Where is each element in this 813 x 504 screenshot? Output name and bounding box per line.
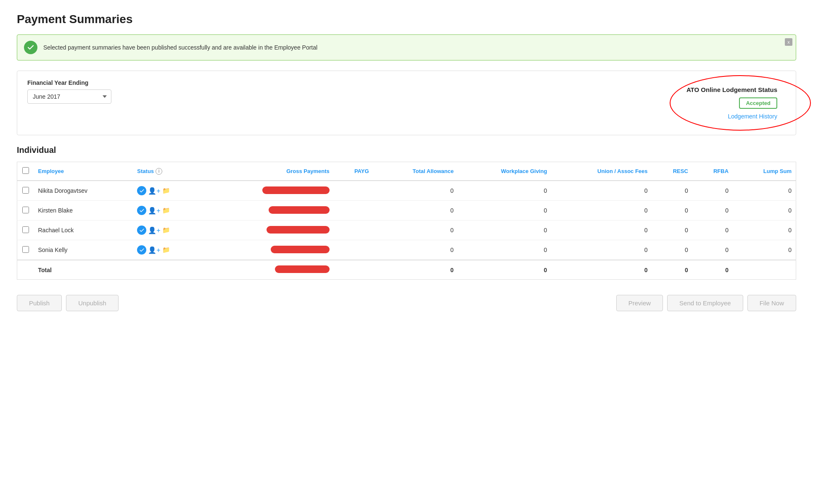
union-assoc-fees-cell: 0: [551, 181, 652, 201]
row-checkbox-cell: [17, 240, 34, 260]
close-banner-button[interactable]: x: [785, 38, 792, 46]
total-empty-check: [17, 260, 34, 280]
union-assoc-fees-cell: 0: [551, 220, 652, 240]
total-allowance-cell: 0: [373, 181, 458, 201]
header-status: Status i: [133, 162, 204, 181]
total-payg-empty: [334, 260, 373, 280]
employee-status: 👤+ 📁: [133, 181, 204, 201]
total-allowance-cell: 0: [373, 240, 458, 260]
gross-payments-cell: [204, 201, 334, 220]
employee-name: Rachael Lock: [34, 220, 133, 240]
gross-payments-cell: [204, 181, 334, 201]
row-checkbox-cell: [17, 220, 34, 240]
table-row: Sonia Kelly 👤+ 📁 000000: [17, 240, 796, 260]
employee-status: 👤+ 📁: [133, 220, 204, 240]
total-allowance-cell: 0: [373, 201, 458, 220]
total-row: Total 0 0 0 0 0: [17, 260, 796, 280]
rfba-cell: 0: [692, 220, 733, 240]
page-title: Payment Summaries: [17, 13, 796, 26]
header-payg: PAYG: [334, 162, 373, 181]
file-now-button[interactable]: File Now: [747, 295, 796, 311]
filter-section: Financial Year Ending June 2015 June 201…: [17, 71, 796, 135]
left-buttons: Publish Unpublish: [17, 295, 119, 311]
payg-cell: [334, 220, 373, 240]
total-gross-redacted: [275, 265, 330, 273]
folder-icon: 📁: [162, 207, 170, 214]
union-assoc-fees-cell: 0: [551, 201, 652, 220]
lump-sum-cell: 0: [733, 240, 796, 260]
header-checkbox-col: [17, 162, 34, 181]
add-person-icon: 👤+: [148, 187, 160, 195]
rfba-cell: 0: [692, 181, 733, 201]
lodgement-history-link[interactable]: Lodgement History: [686, 113, 777, 120]
financial-year-select[interactable]: June 2015 June 2016 June 2017 June 2018: [27, 89, 111, 104]
section-title: Individual: [17, 145, 796, 155]
union-assoc-fees-cell: 0: [551, 240, 652, 260]
total-lump-sum-empty: [733, 260, 796, 280]
table-row: Rachael Lock 👤+ 📁 000000: [17, 220, 796, 240]
gross-payments-cell: [204, 220, 334, 240]
total-resc: 0: [652, 260, 692, 280]
redacted-value: [262, 186, 330, 194]
row-checkbox[interactable]: [22, 207, 29, 213]
success-banner: Selected payment summaries have been pub…: [17, 34, 796, 60]
unpublish-button[interactable]: Unpublish: [66, 295, 119, 311]
header-workplace-giving: Workplace Giving: [458, 162, 551, 181]
publish-button[interactable]: Publish: [17, 295, 62, 311]
select-all-checkbox[interactable]: [22, 167, 29, 174]
right-buttons: Preview Send to Employee File Now: [616, 295, 796, 311]
success-icon: [24, 41, 37, 54]
send-to-employee-button[interactable]: Send to Employee: [667, 295, 743, 311]
ato-status-title: ATO Online Lodgement Status: [686, 86, 777, 93]
add-person-icon: 👤+: [148, 226, 160, 234]
preview-button[interactable]: Preview: [616, 295, 663, 311]
ato-status: ATO Online Lodgement Status Accepted Lod…: [686, 86, 777, 120]
status-check-icon: [137, 186, 146, 195]
total-workplace: 0: [458, 260, 551, 280]
folder-icon: 📁: [162, 187, 170, 194]
header-gross-payments: Gross Payments: [204, 162, 334, 181]
employee-status: 👤+ 📁: [133, 240, 204, 260]
resc-cell: 0: [652, 181, 692, 201]
row-checkbox[interactable]: [22, 187, 29, 194]
header-employee: Employee: [34, 162, 133, 181]
redacted-value: [269, 206, 330, 214]
table-row: Nikita Dorogavtsev 👤+ 📁 000000: [17, 181, 796, 201]
financial-year-filter: Financial Year Ending June 2015 June 201…: [27, 79, 111, 104]
employee-status: 👤+ 📁: [133, 201, 204, 220]
add-person-icon: 👤+: [148, 207, 160, 215]
redacted-value: [267, 226, 330, 234]
rfba-cell: 0: [692, 240, 733, 260]
payment-summaries-table: Employee Status i Gross Payments PAYG To…: [17, 162, 796, 280]
header-rfba: RFBA: [692, 162, 733, 181]
payg-cell: [334, 201, 373, 220]
payg-cell: [334, 240, 373, 260]
header-resc: RESC: [652, 162, 692, 181]
ato-status-section: ATO Online Lodgement Status Accepted Lod…: [678, 79, 786, 126]
banner-message: Selected payment summaries have been pub…: [43, 44, 789, 51]
redacted-value: [271, 246, 330, 253]
row-checkbox-cell: [17, 181, 34, 201]
status-check-icon: [137, 206, 146, 215]
employee-name: Nikita Dorogavtsev: [34, 181, 133, 201]
workplace-giving-cell: 0: [458, 181, 551, 201]
resc-cell: 0: [652, 201, 692, 220]
row-checkbox[interactable]: [22, 246, 29, 253]
workplace-giving-cell: 0: [458, 240, 551, 260]
payg-cell: [334, 181, 373, 201]
resc-cell: 0: [652, 220, 692, 240]
lump-sum-cell: 0: [733, 201, 796, 220]
total-rfba: 0: [692, 260, 733, 280]
add-person-icon: 👤+: [148, 246, 160, 254]
lump-sum-cell: 0: [733, 220, 796, 240]
workplace-giving-cell: 0: [458, 220, 551, 240]
status-check-icon: [137, 245, 146, 255]
total-allowance: 0: [373, 260, 458, 280]
header-lump-sum: Lump Sum: [733, 162, 796, 181]
row-checkbox[interactable]: [22, 226, 29, 233]
folder-icon: 📁: [162, 246, 170, 254]
ato-status-badge: Accepted: [739, 97, 777, 109]
lump-sum-cell: 0: [733, 181, 796, 201]
rfba-cell: 0: [692, 201, 733, 220]
folder-icon: 📁: [162, 226, 170, 234]
